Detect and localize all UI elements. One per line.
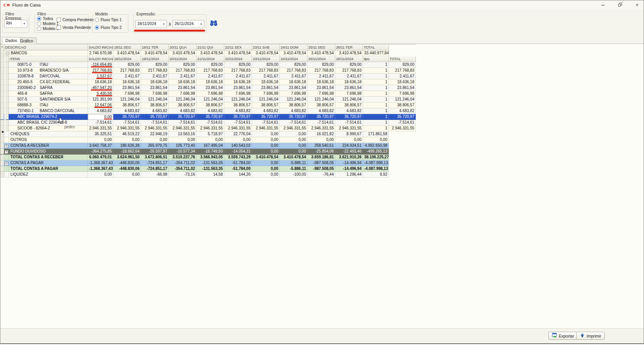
day-value-cell[interactable]: 121.246,04: [197, 97, 224, 102]
day-value-cell[interactable]: 2.946.331,55: [197, 126, 224, 131]
col-header-date[interactable]: 19/11/2024: [141, 56, 169, 62]
radio-fluxo-tipo-2[interactable]: Fluxo Tipo 2: [95, 25, 121, 30]
saldo-inicial-cell[interactable]: 18.636,18: [88, 79, 113, 85]
saldo-inicial-cell[interactable]: -1.368.367,43: [88, 166, 113, 172]
col-header-date[interactable]: 18/11/2024: [113, 56, 141, 62]
day-value-cell[interactable]: 22.776,04: [224, 131, 252, 137]
summary-row-label[interactable]: LIQUIDEZ: [9, 172, 88, 178]
day-value-cell[interactable]: 38.806,57: [197, 102, 224, 108]
day-value-cell[interactable]: -7.514,61: [252, 120, 280, 126]
col-header-date[interactable]: 20/11 QUA: [169, 45, 197, 50]
day-value-cell[interactable]: 4.683,82: [335, 108, 363, 114]
day-value-cell[interactable]: 18.636,18: [113, 79, 141, 85]
day-value-cell[interactable]: 217.768,83: [252, 68, 280, 74]
day-value-cell[interactable]: -51.784,00: [224, 160, 252, 166]
collapse-icon[interactable]: −: [6, 52, 9, 55]
item-total-cell[interactable]: 2.946.331,55: [389, 126, 416, 131]
item-total-cell[interactable]: 2.411,67: [389, 74, 416, 79]
item-total-cell[interactable]: 217.768,83: [389, 68, 416, 74]
minimize-icon[interactable]: [600, 2, 607, 8]
day-value-cell[interactable]: 0,00: [252, 160, 280, 166]
day-value-cell[interactable]: 3.621.910,26: [335, 155, 363, 160]
day-value-cell[interactable]: 13.563,16: [169, 131, 197, 137]
day-value-cell[interactable]: 121.246,04: [335, 97, 363, 102]
day-value-cell[interactable]: 217.768,83: [169, 68, 197, 74]
col-header-saldo-inicial[interactable]: SALDO INICIAL: [88, 45, 113, 50]
grid-row-bancos[interactable]: −BANCOS2.746.670,983.410.478,543.410.478…: [0, 50, 416, 56]
day-value-cell[interactable]: 0,00: [252, 166, 280, 172]
day-value-cell[interactable]: 23.861,54: [280, 85, 308, 91]
bank-item-label[interactable]: ABC BRASIL 229674-2: [9, 114, 88, 120]
col-header-saldo-inicial[interactable]: SALDO INICIAL: [88, 56, 113, 62]
day-value-cell[interactable]: 2.411,67: [252, 74, 280, 79]
day-value-cell[interactable]: 7.696,98: [141, 91, 169, 97]
chevron-down-icon[interactable]: ▼: [21, 20, 27, 27]
tipo-cell[interactable]: 1: [363, 62, 389, 68]
summary-total-cell[interactable]: 4.992.650,98: [363, 143, 389, 149]
day-value-cell[interactable]: 35.720,97: [141, 114, 169, 120]
day-value-cell[interactable]: 2.411,67: [141, 74, 169, 79]
day-value-cell[interactable]: 2.411,67: [335, 74, 363, 79]
summary-row[interactable]: +FUNDO DUVIDOSO-364.275,85-18.662,64-26.…: [0, 149, 416, 155]
day-value-cell[interactable]: 829,00: [335, 62, 363, 68]
day-value-cell[interactable]: 0,00: [252, 149, 280, 155]
col-header-date[interactable]: 20/11/2024: [169, 56, 197, 62]
day-value-cell[interactable]: 186.626,38: [113, 143, 141, 149]
col-header-date[interactable]: 18/11 SEG: [113, 45, 141, 50]
summary-total-cell[interactable]: 9,92: [363, 172, 389, 178]
day-value-cell[interactable]: 0,00: [113, 172, 141, 178]
summary-total-cell[interactable]: 0,00: [363, 137, 389, 143]
day-value-cell[interactable]: 0,00: [224, 137, 252, 143]
day-value-cell[interactable]: 38.806,57: [335, 102, 363, 108]
day-value-cell[interactable]: -131.563,35: [197, 166, 224, 172]
radio-icon[interactable]: [95, 18, 99, 22]
bank-item-label[interactable]: 507-5SANTANDER S/A: [9, 97, 88, 102]
day-value-cell[interactable]: 35.720,97: [335, 114, 363, 120]
tipo-cell[interactable]: 1: [363, 120, 389, 126]
day-value-cell[interactable]: 829,00: [197, 62, 224, 68]
day-value-cell[interactable]: 829,00: [113, 62, 141, 68]
saldo-inicial-cell[interactable]: 6.060.479,01: [88, 155, 113, 160]
day-value-cell[interactable]: -354.711,02: [169, 160, 197, 166]
tab-dados[interactable]: Dados: [2, 37, 20, 44]
day-value-cell[interactable]: 121.246,04: [169, 97, 197, 102]
day-value-cell[interactable]: 0,00: [252, 172, 280, 178]
summary-total-cell[interactable]: -4.087.998,13: [363, 166, 389, 172]
day-value-cell[interactable]: 217.768,83: [335, 68, 363, 74]
day-value-cell[interactable]: -22.493,46: [335, 149, 363, 155]
day-value-cell[interactable]: -5.886,11: [280, 166, 308, 172]
bancos-day-cell[interactable]: 3.410.478,54: [141, 50, 169, 56]
bank-item-label[interactable]: 20.450-5CX.EC.FEDERAL: [9, 79, 88, 85]
day-value-cell[interactable]: -7.514,61: [197, 120, 224, 126]
tipo-cell[interactable]: 1: [363, 126, 389, 131]
bancos-day-cell[interactable]: 3.410.478,54: [280, 50, 308, 56]
day-value-cell[interactable]: -7.514,61: [169, 120, 197, 126]
day-value-cell[interactable]: 217.768,83: [113, 68, 141, 74]
day-value-cell[interactable]: 0,00: [335, 137, 363, 143]
radio-modelo-1[interactable]: Modelo 1: [37, 22, 59, 26]
day-value-cell[interactable]: 46.519,22: [113, 131, 141, 137]
day-value-cell[interactable]: -987.508,05: [308, 160, 335, 166]
summary-row[interactable]: TOTAL CONTAS A RECEBER6.060.479,013.624.…: [0, 155, 416, 160]
day-value-cell[interactable]: 0,00: [252, 137, 280, 143]
day-value-cell[interactable]: 121.246,04: [252, 97, 280, 102]
saldo-inicial-cell[interactable]: -364.275,85: [88, 149, 113, 155]
day-value-cell[interactable]: 8.990,67: [335, 131, 363, 137]
day-value-cell[interactable]: 18.636,18: [197, 79, 224, 85]
day-value-cell[interactable]: -25.854,06: [308, 149, 335, 155]
bank-item-label[interactable]: 68888-3ITAU: [9, 102, 88, 108]
day-value-cell[interactable]: 829,00: [308, 62, 335, 68]
day-value-cell[interactable]: 3.519.237,76: [169, 155, 197, 160]
col-header-date[interactable]: 21/11/2024: [197, 56, 224, 62]
day-value-cell[interactable]: 0,00: [280, 149, 308, 155]
bank-item-row[interactable]: 103878-8DAYCOVAL1.537,672.411,672.411,67…: [0, 74, 416, 79]
col-header-date[interactable]: 24/11/2024: [280, 56, 308, 62]
day-value-cell[interactable]: -7.514,61: [141, 120, 169, 126]
day-value-cell[interactable]: 2.946.331,55: [224, 126, 252, 131]
summary-row-label[interactable]: FUNDO DUVIDOSO: [9, 149, 88, 155]
day-value-cell[interactable]: -14.496,94: [335, 166, 363, 172]
day-value-cell[interactable]: 4.683,82: [141, 108, 169, 114]
bank-item-row[interactable]: 737450-1BANCO DAYCOVAL4.683,824.683,824.…: [0, 108, 416, 114]
day-value-cell[interactable]: -51.784,00: [224, 166, 252, 172]
summary-total-cell[interactable]: -4.087.998,13: [363, 160, 389, 166]
